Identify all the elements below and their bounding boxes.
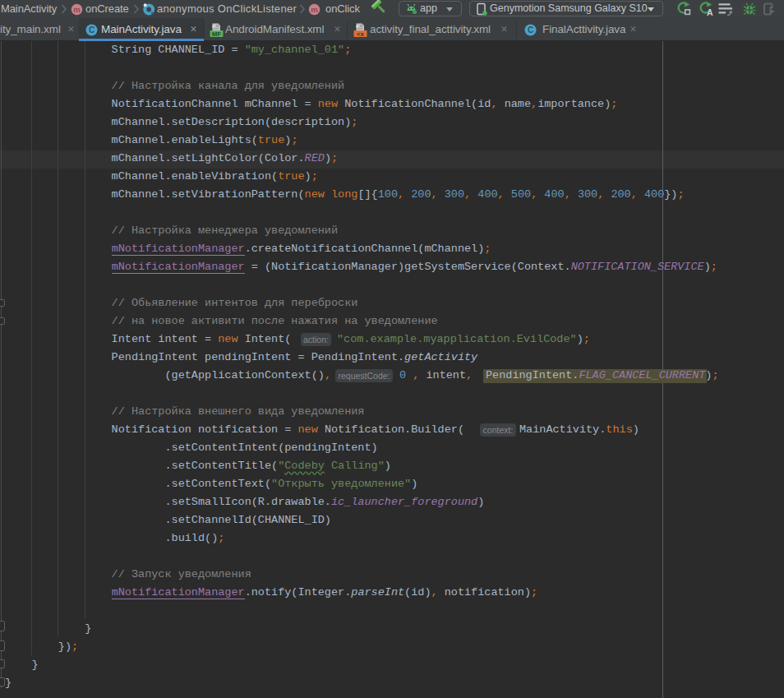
svg-text:MF: MF (212, 30, 221, 38)
svg-text:m: m (73, 5, 80, 14)
svg-text:<x: <x (357, 31, 365, 38)
svg-text:m: m (311, 5, 317, 14)
svg-text:C: C (528, 25, 533, 35)
svg-text:A: A (707, 7, 713, 17)
svg-text:C: C (89, 25, 95, 35)
